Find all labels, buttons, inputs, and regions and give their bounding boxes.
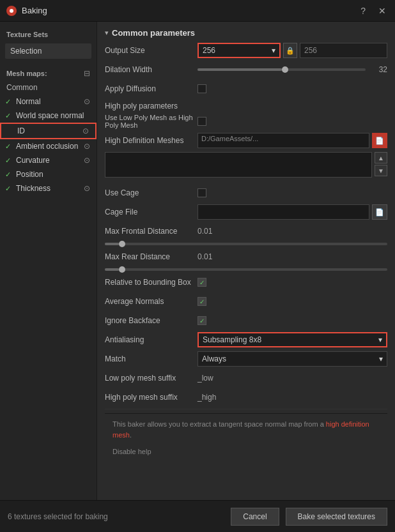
apply-diffusion-checkbox[interactable] <box>198 84 206 93</box>
output-size-locked-input[interactable] <box>300 43 387 58</box>
main-layout: Texture Sets Selection Mesh maps: ⊟ Comm… <box>0 22 395 500</box>
mesh-map-position-label: Position <box>16 170 43 179</box>
low-poly-suffix-value: _low <box>198 374 213 383</box>
check-position: ✓ <box>5 171 13 179</box>
antialiasing-row: Antialiasing Subsampling 8x8 ▾ <box>105 332 387 347</box>
dilation-slider[interactable] <box>198 68 366 71</box>
max-frontal-slider[interactable] <box>105 243 387 245</box>
chevron-down-icon: ▾ <box>105 29 109 37</box>
antialiasing-chevron-icon: ▾ <box>378 335 382 344</box>
window-title: Baking <box>22 6 47 15</box>
app-icon <box>6 6 17 16</box>
mesh-list-textarea[interactable] <box>105 152 372 178</box>
bake-button[interactable]: Bake selected textures <box>286 508 387 526</box>
average-normals-checkbox[interactable]: ✓ <box>198 297 206 306</box>
globe-icon-curvature: ⊙ <box>84 156 90 165</box>
mesh-list-scroll-up[interactable]: ▲ <box>375 152 387 163</box>
ignore-backface-row: Ignore Backface ✓ <box>105 313 387 328</box>
disable-help-link[interactable]: Disable help <box>105 445 387 458</box>
help-button[interactable]: ? <box>358 4 368 17</box>
mesh-maps-label: Mesh maps: <box>6 70 47 77</box>
high-poly-suffix-row: High poly mesh suffix _high <box>105 390 387 405</box>
use-cage-row: Use Cage <box>105 185 387 201</box>
mesh-map-id-label: ID <box>17 126 25 135</box>
use-cage-checkbox[interactable] <box>198 188 206 197</box>
match-value: Always <box>202 354 226 363</box>
footer-status: 6 textures selected for baking <box>8 512 224 521</box>
relative-bb-row: Relative to Bounding Box ✓ <box>105 275 387 290</box>
output-size-row: Output Size 256 ▾ 🔒 <box>105 43 387 58</box>
max-rear-slider[interactable] <box>105 268 387 271</box>
high-def-meshes-row: High Definition Meshes D:/GameAssets/...… <box>105 133 387 148</box>
dilation-width-value: 32 <box>368 65 387 74</box>
match-label: Match <box>105 354 198 363</box>
check-thickness: ✓ <box>5 185 13 193</box>
footer-bar: 6 textures selected for baking Cancel Ba… <box>0 500 395 532</box>
relative-bb-checkbox[interactable]: ✓ <box>198 278 206 287</box>
title-bar-actions: ? ✕ <box>358 4 389 17</box>
mesh-map-id[interactable]: ID ⊙ <box>0 123 97 139</box>
antialiasing-select[interactable]: Subsampling 8x8 ▾ <box>198 332 387 347</box>
cancel-button[interactable]: Cancel <box>231 508 279 526</box>
max-frontal-value: 0.01 <box>198 227 212 236</box>
common-params-header: ▾ Common parameters <box>105 28 387 38</box>
mesh-map-ao[interactable]: ✓ Ambient occlusion ⊙ <box>0 139 97 153</box>
mesh-map-normal[interactable]: ✓ Normal ⊙ <box>0 95 97 109</box>
browse-high-def-button[interactable]: 📄 <box>372 133 387 148</box>
antialiasing-label: Antialiasing <box>105 335 198 344</box>
low-poly-suffix-label: Low poly mesh suffix <box>105 374 198 383</box>
match-select[interactable]: Always ▾ <box>198 351 387 367</box>
mesh-map-thickness[interactable]: ✓ Thickness ⊙ <box>0 181 97 195</box>
max-frontal-row: Max Frontal Distance 0.01 <box>105 224 387 239</box>
divider <box>105 409 387 409</box>
mesh-list-scroll-down[interactable]: ▼ <box>375 165 387 176</box>
title-bar-left: Baking <box>6 6 47 16</box>
average-normals-row: Average Normals ✓ <box>105 294 387 309</box>
bottom-info: This baker allows you to extract a tange… <box>105 413 387 445</box>
title-bar: Baking ? ✕ <box>0 0 395 22</box>
mesh-map-normal-label: Normal <box>16 97 41 106</box>
check-wsn: ✓ <box>5 112 13 120</box>
globe-icon-normal: ⊙ <box>84 97 90 106</box>
output-size-select[interactable]: 256 ▾ <box>198 43 281 58</box>
dilation-width-row: Dilation Width 32 <box>105 62 387 77</box>
mesh-maps-section: Mesh maps: ⊟ Common ✓ Normal ⊙ ✓ World s… <box>0 66 97 195</box>
max-rear-row: Max Rear Distance 0.01 <box>105 249 387 264</box>
mesh-list-area: ▲ ▼ <box>105 152 387 181</box>
filter-icon[interactable]: ⊟ <box>84 69 90 78</box>
cage-file-row: Cage File 📄 <box>105 204 387 220</box>
match-row: Match Always ▾ <box>105 351 387 367</box>
use-low-poly-checkbox[interactable] <box>198 117 206 126</box>
mesh-map-wsn-label: World space normal <box>16 111 84 120</box>
sidebar: Texture Sets Selection Mesh maps: ⊟ Comm… <box>0 22 97 500</box>
max-rear-slider-row <box>105 268 387 271</box>
mesh-map-curvature[interactable]: ✓ Curvature ⊙ <box>0 153 97 167</box>
texture-sets-label: Texture Sets <box>0 28 97 42</box>
low-poly-suffix-row: Low poly mesh suffix _low <box>105 370 387 386</box>
apply-diffusion-row: Apply Diffusion <box>105 81 387 96</box>
ignore-backface-checkbox[interactable]: ✓ <box>198 316 206 325</box>
check-normal: ✓ <box>5 98 13 106</box>
high-def-meshes-label: High Definition Meshes <box>105 136 198 145</box>
texture-set-selection[interactable]: Selection <box>5 43 91 59</box>
chevron-select-icon: ▾ <box>272 46 275 55</box>
content-area: ▾ Common parameters Output Size 256 ▾ 🔒 … <box>97 22 395 500</box>
cage-file-label: Cage File <box>105 208 198 217</box>
high-poly-params-title: High poly parameters <box>105 102 387 110</box>
globe-icon-ao: ⊙ <box>84 142 90 151</box>
check-ao: ✓ <box>5 142 13 151</box>
browse-cage-button[interactable]: 📄 <box>372 204 387 220</box>
section-title: Common parameters <box>112 28 195 38</box>
dilation-width-label: Dilation Width <box>105 65 198 74</box>
common-label: Common <box>0 80 97 95</box>
globe-icon-thickness: ⊙ <box>84 184 90 193</box>
lock-button[interactable]: 🔒 <box>283 43 297 58</box>
high-poly-suffix-label: High poly mesh suffix <box>105 393 198 402</box>
mesh-map-world-space-normal[interactable]: ✓ World space normal <box>0 109 97 123</box>
max-rear-label: Max Rear Distance <box>105 252 198 261</box>
mesh-map-position[interactable]: ✓ Position <box>0 167 97 181</box>
mesh-map-thickness-label: Thickness <box>16 184 50 193</box>
relative-bb-label: Relative to Bounding Box <box>105 278 198 287</box>
use-cage-label: Use Cage <box>105 188 198 197</box>
close-button[interactable]: ✕ <box>376 4 389 17</box>
